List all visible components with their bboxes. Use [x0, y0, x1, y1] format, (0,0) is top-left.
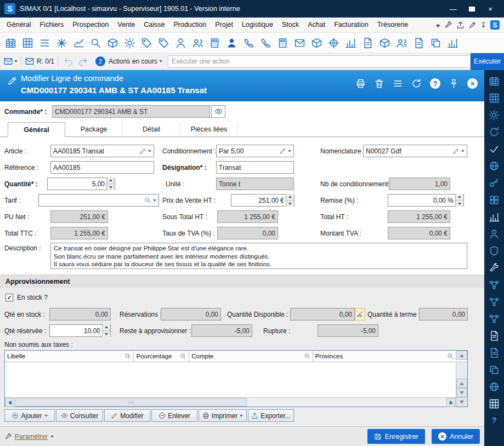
tag-icon[interactable] — [156, 35, 171, 50]
conditionnement-dropdown-icon[interactable] — [288, 150, 291, 152]
edit-nomenclature-icon[interactable] — [452, 147, 460, 155]
rail-network-a-icon[interactable] — [489, 279, 500, 290]
tarif-input[interactable] — [38, 194, 159, 207]
tab-pieces-liees[interactable]: Pièces liées — [180, 122, 238, 136]
view-commande-button[interactable] — [211, 105, 225, 118]
edit-conditionnement-icon[interactable] — [279, 147, 286, 155]
redo-button[interactable] — [78, 56, 88, 66]
remise-input[interactable]: 0,00 % — [388, 194, 464, 207]
menu-item-facturation[interactable]: Facturation — [330, 18, 373, 32]
close-window-button[interactable]: × — [481, 2, 500, 16]
phone-incoming-icon[interactable] — [258, 35, 273, 50]
imprimer-dropdown-icon[interactable] — [240, 415, 243, 417]
rail-network-b-icon[interactable] — [489, 296, 500, 307]
stats-icon[interactable] — [343, 35, 358, 50]
scroll-right-button[interactable] — [446, 398, 456, 407]
mail-icon[interactable] — [292, 35, 307, 50]
tab-general[interactable]: Général — [8, 122, 65, 137]
scroll-down-button[interactable] — [456, 388, 467, 397]
save-button[interactable]: Enregistrer — [367, 429, 425, 444]
prix-vente-stepper[interactable] — [286, 194, 294, 207]
qte-reservee-stepper[interactable] — [102, 324, 110, 337]
phone-outgoing-icon[interactable] — [241, 35, 256, 50]
archive-icon[interactable] — [377, 35, 392, 50]
close-dialog-icon[interactable]: × — [467, 78, 478, 89]
maximize-button[interactable] — [462, 2, 481, 16]
meeting-icon[interactable] — [394, 35, 409, 50]
exporter-button[interactable]: Exporter... — [248, 409, 294, 422]
imprimer-button[interactable]: Imprimer — [199, 409, 247, 422]
document-icon[interactable] — [360, 35, 375, 50]
tarif-search-icon[interactable] — [144, 197, 151, 204]
conditionnement-input[interactable]: Par 5,00 — [216, 145, 294, 157]
menu-overflow-icon[interactable]: ▸ — [437, 21, 441, 28]
scroll-corner-button[interactable] — [456, 398, 467, 407]
burst-icon[interactable] — [54, 35, 69, 50]
package-settings-icon[interactable] — [122, 35, 137, 50]
minimize-button[interactable]: — — [444, 2, 462, 16]
inbox-mail-button[interactable] — [25, 56, 35, 66]
menu-item-general[interactable]: Général — [2, 18, 35, 32]
quantite-stepper[interactable] — [106, 178, 115, 190]
rail-calendar-icon[interactable] — [489, 76, 500, 87]
designation-input[interactable]: Transat — [216, 161, 294, 174]
rail-document-icon[interactable] — [489, 347, 500, 358]
rail-planning-grid-icon[interactable] — [489, 93, 500, 104]
refresh-icon[interactable] — [411, 78, 422, 89]
download-icon[interactable]: ↧ — [480, 21, 486, 28]
rail-user-shield-icon[interactable] — [489, 245, 500, 256]
menu-item-prospection[interactable]: Prospection — [68, 18, 113, 32]
parametrer-dropdown-icon[interactable] — [50, 436, 54, 438]
pin-icon[interactable] — [449, 78, 459, 89]
dashboard-icon[interactable] — [445, 35, 460, 50]
rail-globe-check-icon[interactable] — [489, 161, 500, 171]
taxes-table-empty-area[interactable] — [5, 362, 456, 397]
rail-document-add-icon[interactable] — [489, 330, 500, 341]
undo-button[interactable] — [64, 56, 73, 66]
rail-blocks-icon[interactable] — [489, 195, 500, 205]
rail-tools-icon[interactable] — [489, 262, 500, 273]
current-user-icon[interactable] — [224, 35, 239, 50]
ajouter-dropdown-icon[interactable] — [44, 415, 48, 417]
pending-actions-label[interactable]: Actions en cours — [109, 58, 157, 65]
delete-icon[interactable] — [374, 78, 384, 89]
list-view-icon[interactable] — [37, 35, 52, 50]
menu-item-caisse[interactable]: Caisse — [139, 18, 169, 32]
rail-gear-icon[interactable] — [489, 110, 500, 121]
menu-item-achat[interactable]: Achat — [303, 18, 330, 32]
search-icon[interactable] — [180, 353, 186, 359]
en-stock-checkbox[interactable]: ✓ — [5, 294, 13, 301]
ajouter-button[interactable]: Ajouter — [4, 409, 55, 422]
rail-network-c-icon[interactable] — [489, 313, 500, 324]
tarif-dropdown-icon[interactable] — [153, 199, 156, 202]
cancel-button[interactable]: × Annuler — [432, 429, 480, 444]
print-icon[interactable] — [355, 78, 366, 89]
help-icon[interactable]: ? — [430, 78, 440, 89]
vertical-scroll-track[interactable] — [456, 362, 467, 379]
vertical-scrollbar[interactable] — [456, 362, 467, 397]
parcel-icon[interactable] — [309, 35, 324, 50]
description-input[interactable]: Ce transat en osier désigné par Philippe… — [50, 243, 467, 269]
menu-icon[interactable] — [393, 78, 403, 89]
menu-item-vente[interactable]: Vente — [113, 18, 139, 32]
scroll-up-button[interactable] — [456, 379, 467, 388]
partners-icon[interactable] — [190, 35, 205, 50]
tab-detail[interactable]: Détail — [123, 122, 180, 136]
column-header-pourcentage[interactable]: Pourcentage — [134, 351, 189, 362]
login-arrow-icon[interactable] — [456, 21, 465, 29]
prix-vente-ht-input[interactable]: 251,00 € — [231, 194, 295, 207]
rail-help-icon[interactable]: ? — [491, 415, 496, 425]
execute-action-input[interactable] — [168, 55, 471, 68]
remise-stepper[interactable] — [455, 194, 463, 207]
execute-button[interactable]: Exécuter — [471, 53, 504, 70]
rail-sync-icon[interactable] — [489, 127, 500, 138]
horizontal-scrollbar[interactable]: IIII — [5, 397, 467, 407]
search-icon[interactable] — [447, 353, 454, 359]
menu-item-stock[interactable]: Stock — [278, 18, 303, 32]
nomenclature-input[interactable]: N00027 Gdf — [363, 145, 467, 157]
compose-mail-button[interactable] — [3, 56, 18, 66]
simax-mini-logo-icon[interactable]: S — [490, 20, 500, 30]
search-icon[interactable] — [304, 353, 310, 359]
nomenclature-dropdown-icon[interactable] — [461, 150, 465, 152]
scroll-up-button[interactable] — [456, 351, 467, 360]
